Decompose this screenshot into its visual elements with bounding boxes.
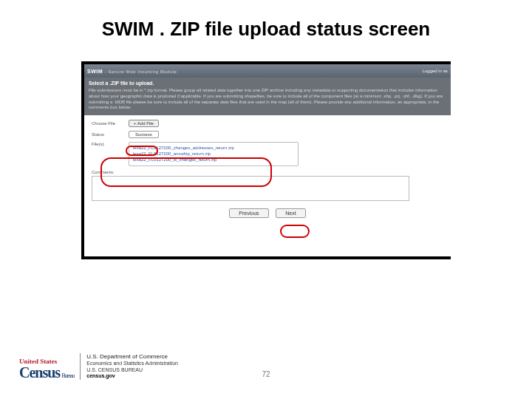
dept-line-2: Economics and Statistics Administration bbox=[86, 361, 178, 367]
upload-instructions: Select a .ZIP file to upload. File submi… bbox=[84, 78, 451, 115]
file-list: lesa22_FL0127200_changes_addresses_retur… bbox=[129, 142, 299, 166]
status-badge: Success bbox=[129, 131, 159, 138]
file-item: lesa22_FL0127200_changes_addresses_retur… bbox=[133, 145, 294, 151]
annotation-ellipse-next bbox=[280, 225, 310, 238]
comments-label: Comments: bbox=[92, 170, 115, 174]
files-label: File(s) bbox=[92, 142, 124, 146]
choose-file-row: Choose File + Add File bbox=[92, 120, 443, 127]
slide-title: SWIM . ZIP file upload status screen bbox=[0, 18, 532, 41]
next-button[interactable]: Next bbox=[276, 208, 305, 218]
swim-app-title: SWIM - Secure Web Incoming Module bbox=[87, 69, 177, 74]
app-name: SWIM bbox=[87, 69, 103, 74]
file-item: lesa22_FL0127200_w_changes_return.zip bbox=[133, 157, 294, 163]
screenshot-frame: SWIM - Secure Web Incoming Module Logged… bbox=[81, 61, 451, 259]
file-item: lesa22_FL0127200_ancwhip_return.zip bbox=[133, 151, 294, 157]
swim-header: SWIM - Secure Web Incoming Module Logged… bbox=[84, 64, 451, 78]
logged-in-text: Logged in as bbox=[423, 69, 448, 73]
section-body: File submissions must be in *.zip format… bbox=[89, 88, 446, 111]
comments-row: Comments: bbox=[92, 170, 443, 201]
status-label: Status bbox=[92, 132, 124, 137]
nav-button-row: Previous Next bbox=[92, 208, 443, 218]
page-number: 72 bbox=[0, 370, 532, 378]
swim-app-window: SWIM - Secure Web Incoming Module Logged… bbox=[84, 64, 451, 256]
app-tagline: - Secure Web Incoming Module bbox=[105, 69, 177, 74]
upload-body: Choose File + Add File Status Success Fi… bbox=[84, 115, 451, 222]
add-file-button[interactable]: + Add File bbox=[129, 120, 159, 127]
files-row: File(s) lesa22_FL0127200_changes_address… bbox=[92, 142, 443, 166]
choose-file-label: Choose File bbox=[92, 121, 124, 126]
comments-textarea[interactable] bbox=[92, 176, 409, 201]
previous-button[interactable]: Previous bbox=[229, 208, 268, 218]
section-title: Select a .ZIP file to upload. bbox=[89, 80, 446, 86]
dept-line-1: U.S. Department of Commerce bbox=[86, 353, 178, 361]
status-row: Status Success bbox=[92, 131, 443, 138]
